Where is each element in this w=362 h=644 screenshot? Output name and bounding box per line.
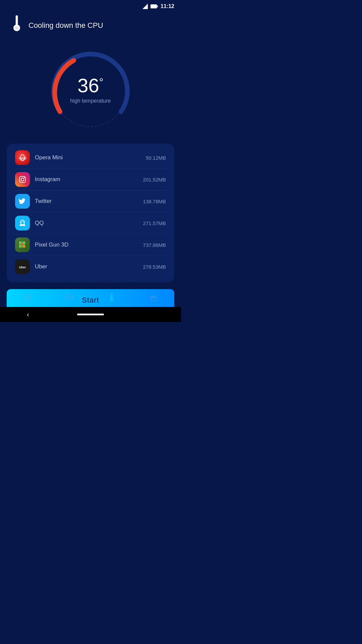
battery-icon	[150, 4, 158, 9]
svg-rect-19	[19, 241, 21, 244]
header: Cooling down the CPU	[0, 11, 181, 43]
svg-point-35	[111, 299, 112, 301]
app-list-item: Uber Uber 278.53MB	[13, 256, 168, 277]
svg-rect-21	[23, 241, 25, 244]
gauge-temperature: 36°	[70, 76, 111, 95]
nav-item-clean[interactable]	[148, 292, 159, 304]
app-icon-qq	[15, 216, 30, 230]
svg-point-18	[23, 222, 24, 223]
svg-text:mini: mini	[19, 156, 26, 160]
system-nav-bar: ‹	[0, 307, 181, 322]
app-list-item: QQ 271.57MB	[13, 212, 168, 234]
svg-rect-27	[23, 246, 25, 248]
app-icon-uber: Uber	[15, 259, 30, 274]
battery-nav-icon	[65, 292, 75, 304]
svg-rect-24	[23, 244, 25, 246]
clean-icon	[148, 292, 159, 304]
app-list-item: mini Opera Mini 50.12MB	[13, 147, 168, 169]
svg-point-13	[21, 178, 24, 181]
status-time: 11:12	[161, 3, 174, 9]
svg-rect-2	[157, 5, 158, 7]
app-name: Uber	[35, 263, 143, 270]
home-indicator[interactable]	[77, 314, 104, 315]
svg-rect-7	[16, 19, 17, 26]
app-list-item: Twitter 138.78MB	[13, 191, 168, 212]
svg-rect-34	[111, 296, 112, 299]
nav-item-temperature[interactable]	[107, 292, 117, 304]
app-name: QQ	[35, 220, 143, 226]
signal-icon	[142, 4, 148, 9]
gauge-container: 36° high temperature	[47, 46, 134, 133]
app-name: Twitter	[35, 198, 143, 205]
svg-rect-25	[19, 246, 21, 248]
app-icon-twitter	[15, 194, 30, 209]
thermometer-header-icon	[10, 14, 23, 36]
svg-rect-23	[21, 244, 23, 246]
app-icon-pixelgun	[15, 237, 30, 252]
svg-rect-22	[19, 244, 21, 246]
nav-item-boost[interactable]	[23, 292, 33, 304]
status-bar: 11:12	[0, 0, 181, 11]
svg-rect-26	[21, 246, 23, 248]
gauge-center: 36° high temperature	[70, 76, 111, 104]
app-list-item: Instagram 201.52MB	[13, 169, 168, 191]
app-size: 737.86MB	[143, 242, 166, 248]
thermometer-nav-icon	[107, 292, 117, 304]
header-title: Cooling down the CPU	[28, 21, 103, 30]
app-icon-opera: mini	[15, 150, 30, 165]
app-list-panel: mini Opera Mini 50.12MB Instagram 201.52…	[7, 144, 174, 282]
app-name: Opera Mini	[35, 154, 146, 161]
app-size: 138.78MB	[143, 199, 166, 204]
app-size: 271.57MB	[143, 220, 166, 226]
app-name: Pixel Gun 3D	[35, 241, 143, 248]
gauge-label: high temperature	[70, 98, 111, 104]
app-list-item: Pixel Gun 3D 737.86MB	[13, 234, 168, 256]
svg-marker-0	[142, 4, 148, 9]
app-size: 50.12MB	[146, 155, 166, 161]
app-icon-instagram	[15, 172, 30, 187]
rocket-icon	[23, 292, 33, 304]
back-button[interactable]: ‹	[27, 311, 29, 318]
svg-text:Uber: Uber	[19, 266, 26, 269]
svg-rect-1	[150, 4, 157, 8]
gauge-section: 36° high temperature	[0, 43, 181, 144]
bottom-nav	[0, 289, 181, 307]
app-name: Instagram	[35, 176, 143, 183]
app-size: 201.52MB	[143, 177, 166, 182]
app-size: 278.53MB	[143, 264, 166, 270]
nav-item-battery[interactable]	[65, 292, 75, 304]
svg-point-29	[27, 296, 28, 298]
svg-point-14	[24, 177, 25, 178]
svg-rect-36	[151, 298, 156, 301]
svg-rect-20	[21, 241, 23, 244]
svg-rect-31	[72, 296, 73, 298]
svg-point-17	[21, 222, 22, 223]
